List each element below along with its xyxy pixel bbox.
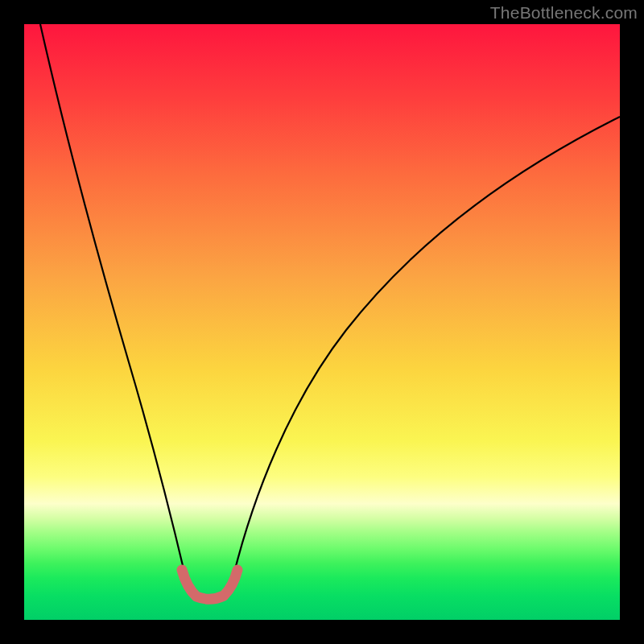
watermark-text: TheBottleneck.com <box>490 3 638 23</box>
chart-frame: TheBottleneck.com <box>0 0 644 644</box>
chart-gradient-area <box>24 24 620 620</box>
